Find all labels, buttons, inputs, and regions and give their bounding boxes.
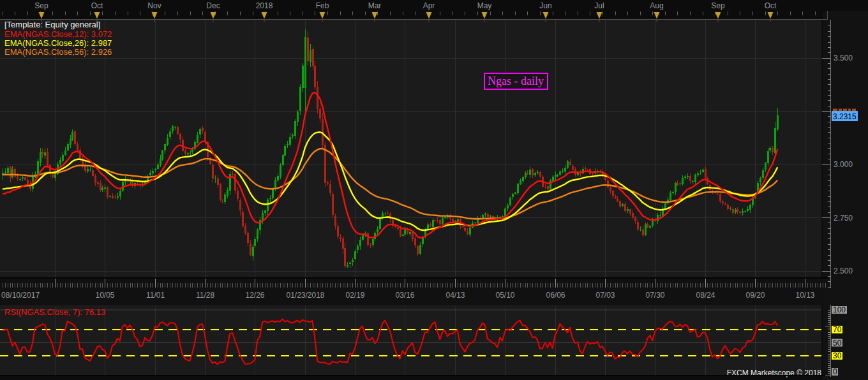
svg-text:Oct: Oct (765, 1, 777, 10)
svg-text:06/06: 06/06 (546, 291, 565, 300)
svg-text:[Template: Equity general]: [Template: Equity general] (4, 20, 100, 29)
svg-text:2.750: 2.750 (834, 214, 853, 223)
svg-text:EMA(NGAS.Close,12): 3.072: EMA(NGAS.Close,12): 3.072 (4, 29, 112, 39)
svg-text:04/13: 04/13 (445, 291, 465, 300)
svg-text:11/01: 11/01 (146, 291, 165, 300)
svg-text:08/10/2017: 08/10/2017 (1, 291, 40, 300)
svg-text:Feb: Feb (316, 1, 329, 10)
svg-text:Jun: Jun (539, 1, 551, 10)
svg-text:07/03: 07/03 (595, 291, 615, 300)
svg-text:3.500: 3.500 (834, 54, 853, 62)
svg-text:02/19: 02/19 (345, 291, 364, 300)
svg-text:Dec: Dec (206, 1, 220, 10)
svg-text:0: 0 (833, 367, 837, 376)
svg-text:Sep: Sep (711, 1, 725, 10)
svg-text:Nov: Nov (147, 1, 161, 10)
svg-text:08/24: 08/24 (696, 291, 715, 300)
svg-text:Mar: Mar (368, 1, 382, 10)
svg-text:May: May (477, 1, 492, 10)
svg-text:Sep: Sep (34, 1, 49, 10)
svg-text:03/16: 03/16 (395, 291, 414, 300)
svg-text:RSI(NGAS.Close, 7): 76.13: RSI(NGAS.Close, 7): 76.13 (4, 307, 105, 317)
svg-text:30: 30 (833, 351, 842, 360)
svg-text:12/26: 12/26 (245, 291, 264, 300)
svg-text:EMA(NGAS.Close,56): 2.926: EMA(NGAS.Close,56): 2.926 (4, 47, 112, 57)
svg-text:Oct: Oct (91, 1, 103, 10)
svg-text:EMA(NGAS.Close,26): 2.987: EMA(NGAS.Close,26): 2.987 (4, 38, 112, 48)
svg-text:70: 70 (833, 325, 842, 334)
svg-text:100: 100 (833, 305, 846, 314)
svg-text:10/13: 10/13 (795, 291, 814, 300)
svg-text:Ngas - daily: Ngas - daily (488, 75, 544, 87)
svg-text:09/20: 09/20 (745, 291, 765, 300)
svg-text:Apr: Apr (423, 1, 435, 10)
svg-text:Jul: Jul (594, 1, 604, 10)
svg-text:07/30: 07/30 (645, 291, 664, 300)
svg-text:Aug: Aug (650, 1, 663, 10)
svg-text:3.2315: 3.2315 (833, 112, 857, 121)
svg-text:3.000: 3.000 (834, 160, 853, 169)
svg-text:11/28: 11/28 (196, 291, 214, 300)
svg-text:2018: 2018 (256, 1, 273, 10)
svg-text:2.500: 2.500 (834, 267, 853, 275)
svg-text:05/10: 05/10 (495, 291, 514, 300)
svg-text:10/05: 10/05 (95, 291, 114, 300)
svg-text:01/23/2018: 01/23/2018 (286, 291, 324, 300)
svg-text:50: 50 (833, 339, 842, 347)
